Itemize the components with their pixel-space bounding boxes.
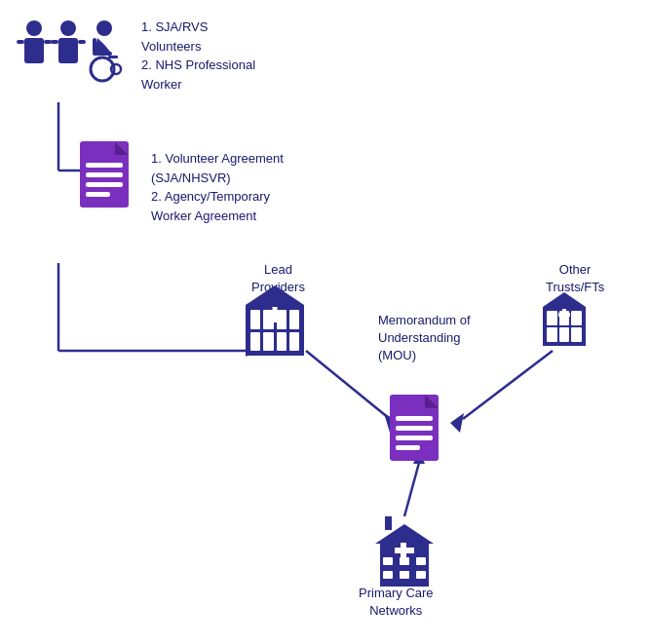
svg-rect-15 [44,40,52,44]
lead-hospital-body [246,305,304,356]
lead-hospital-window [263,332,273,352]
doc1-label: 1. Volunteer Agreement (SJA/NHSVR) 2. Ag… [151,149,284,225]
svg-rect-31 [86,182,123,187]
other-hospital-window [547,311,557,325]
mou-text-3: (MOU) [378,348,416,362]
other-hospital-window [547,327,557,342]
svg-rect-43 [401,543,406,558]
svg-rect-37 [396,436,433,440]
svg-rect-30 [86,172,123,177]
other-hospital-window [571,327,582,342]
lead-hospital-window [250,332,260,352]
svg-point-16 [60,20,76,36]
svg-point-12 [26,20,42,36]
other-hospital-roof [543,292,586,307]
svg-rect-13 [24,38,44,63]
pcn-hospital-svg [375,516,434,589]
pcn-hospital-icon [375,516,434,592]
svg-rect-49 [416,571,426,579]
svg-rect-48 [400,571,409,579]
lead-hospital-window [277,332,287,352]
lead-hospital-window [289,310,299,329]
lead-hospital-window [289,332,299,352]
people-text-3: 2. NHS Professional [141,57,255,72]
other-hospital-window [571,311,582,325]
people-text-4: Worker [141,77,182,92]
lead-hospital-icon [246,285,304,356]
svg-rect-45 [400,557,409,565]
other-text-1: Other [559,262,592,277]
svg-rect-38 [396,445,420,450]
lead-hospital-cross-v [273,307,278,322]
svg-rect-17 [58,38,78,63]
doc1-icon [80,141,136,209]
svg-rect-19 [78,40,86,44]
svg-marker-40 [375,524,434,544]
people-text-1: 1. SJA/RVS [141,19,208,34]
svg-rect-36 [396,426,433,431]
diagram: 1. SJA/RVS Volunteers 2. NHS Professiona… [0,0,650,644]
svg-rect-25 [108,56,118,58]
mou-text-2: Understanding [378,330,461,345]
other-hospital-cross-v [562,309,566,321]
svg-rect-39 [385,516,392,530]
people-label: 1. SJA/RVS Volunteers 2. NHS Professiona… [141,18,255,94]
svg-rect-32 [86,192,110,197]
svg-rect-29 [86,163,123,168]
pcn-text-1: Primary Care [359,586,434,600]
doc1-text-1: 1. Volunteer Agreement [151,151,284,166]
people-text-2: Volunteers [141,39,201,54]
pcn-text-2: Networks [369,603,422,618]
lead-hospital-window [250,310,260,329]
svg-marker-9 [450,413,464,433]
pcn-label: Primary Care Networks [359,585,434,620]
lead-text-1: Lead [264,262,292,277]
svg-line-10 [404,463,419,516]
doc1-text-4: Worker Agreement [151,208,256,223]
svg-rect-22 [93,38,96,54]
mou-text-1: Memorandum of [378,313,471,327]
lead-hospital-roof [246,285,304,305]
svg-rect-35 [396,416,433,421]
svg-rect-18 [51,40,58,44]
doc1-text-3: 2. Agency/Temporary [151,189,270,204]
svg-point-20 [96,20,112,36]
doc1-text-2: (SJA/NHSVR) [151,170,231,185]
other-hospital-body [543,307,586,346]
mou-label: Memorandum of Understanding (MOU) [378,312,471,365]
svg-rect-46 [416,557,426,565]
other-hospital-icon [543,292,586,346]
svg-rect-44 [383,557,393,565]
other-label: Other Trusts/FTs [546,261,604,296]
svg-rect-47 [383,571,393,579]
other-hospital-window [559,327,570,342]
mou-doc-icon [390,395,446,463]
people-icons [15,15,132,102]
svg-rect-14 [17,40,24,44]
svg-line-8 [463,351,553,419]
